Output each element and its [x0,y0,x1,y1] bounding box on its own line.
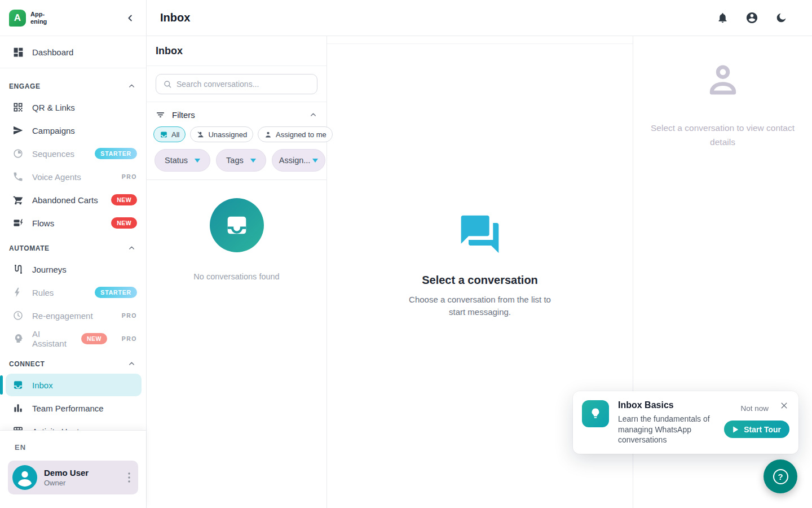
user-role: Owner [44,479,118,487]
sidebar-item-inbox[interactable]: Inbox [6,374,142,396]
section-header-automate[interactable]: AUTOMATE [0,235,146,258]
filters-header[interactable]: Filters [153,109,320,126]
journeys-route-icon [12,264,24,275]
sidebar-item-journeys[interactable]: Journeys [0,258,146,281]
start-tour-button[interactable]: Start Tour [724,421,789,438]
sidebar-collapse-button[interactable] [122,10,138,26]
flows-icon [12,217,24,229]
starter-badge: STARTER [95,287,137,298]
not-now-button[interactable]: Not now [740,404,769,413]
chip-label: Assigned to me [276,130,326,139]
sidebar-item-label: Team Performance [32,404,104,413]
filter-chip-all[interactable]: All [153,126,186,142]
lightbulb-icon [582,400,609,427]
filter-chip-unassigned[interactable]: Unassigned [190,126,253,142]
sidebar-item-label: Activity Heatmap [32,427,96,431]
caret-down-icon [312,159,318,163]
filters-title: Filters [172,110,195,120]
bar-chart-icon [12,402,24,414]
details-empty-text: Select a conversation to view contact de… [641,121,805,150]
conversation-list-panel: Inbox Filters [147,36,327,508]
sequences-icon [12,148,24,160]
user-avatar [12,465,37,490]
chevron-up-icon [127,82,136,90]
sidebar-item-voice-agents[interactable]: Voice Agents PRO [0,165,146,188]
play-icon [732,426,739,433]
lightning-bolt-icon [12,287,24,299]
filter-chip-assigned-to-me[interactable]: Assigned to me [258,126,333,142]
topbar-icons [717,11,787,24]
sidebar-item-re-engagement[interactable]: Re-engagement PRO [0,304,146,327]
status-dropdown[interactable]: Status [155,149,210,172]
sidebar-item-label: Abandoned Carts [32,195,98,205]
brand-name-line1: App- [30,11,47,17]
pro-label: PRO [122,312,137,319]
sidebar-item-label: Dashboard [32,47,73,57]
sidebar-item-label: Voice Agents [32,172,81,182]
search-box [156,74,317,94]
qr-code-icon [12,102,24,113]
sidebar-item-qr-links[interactable]: QR & Links [0,96,146,119]
close-icon[interactable] [779,400,789,411]
empty-inbox-icon [210,198,264,252]
notifications-bell-icon[interactable] [717,12,729,24]
chat-empty-subtitle: Choose a conversation from the list to s… [403,294,557,318]
clock-icon [12,310,24,322]
starter-badge: STARTER [95,148,137,159]
sidebar-item-activity-heatmap[interactable]: Activity Heatmap [0,420,146,430]
chevron-up-icon [309,111,317,119]
search-icon [163,80,172,89]
sidebar-item-rules[interactable]: Rules STARTER [0,281,146,304]
brand-logo: A App- ening [9,10,47,27]
section-header-connect[interactable]: CONNECT [0,351,146,374]
sidebar-item-label: Re-engagement [32,311,93,321]
sidebar-item-sequences[interactable]: Sequences STARTER [0,142,146,165]
user-card[interactable]: Demo User Owner [8,461,138,494]
filters-section: Filters All [147,102,326,180]
chevron-left-icon [125,13,135,23]
ai-head-icon [12,333,24,345]
sidebar-nav: Dashboard ENGAGE QR & Links Camp [0,36,146,430]
more-vertical-icon[interactable] [125,470,134,485]
dark-mode-moon-icon[interactable] [775,12,787,24]
search-input[interactable] [176,80,310,89]
account-circle-icon[interactable] [745,11,758,24]
sidebar-item-abandoned-carts[interactable]: Abandoned Carts NEW [0,189,146,211]
list-panel-title: Inbox [147,36,326,66]
brand-name-line2: ening [30,18,47,25]
topbar: Inbox [147,0,812,36]
help-button[interactable]: ? [764,459,797,493]
section-title: AUTOMATE [9,244,50,252]
chat-header-placeholder [327,36,633,44]
sidebar: A App- ening Dashboard [0,0,147,508]
section-header-engage[interactable]: ENGAGE [0,73,146,96]
sidebar-item-dashboard[interactable]: Dashboard [0,41,146,63]
dropdown-label: Status [165,156,188,165]
filter-icon [156,110,165,120]
new-badge: NEW [81,333,107,344]
tour-actions: Not now Start Tour [724,400,789,445]
assignee-dropdown[interactable]: Assign... [272,149,326,172]
section-title: ENGAGE [9,82,41,90]
caret-down-icon [195,159,200,163]
sidebar-item-label: AI Assistant [32,329,73,348]
empty-list-text: No conversations found [193,272,279,281]
shopping-cart-icon [12,194,24,206]
chip-label: All [171,130,179,139]
filter-dropdowns-row: Status Tags Assign... [153,149,320,172]
dropdown-label: Tags [226,156,244,165]
sidebar-item-label: Flows [32,218,54,228]
sidebar-item-flows[interactable]: Flows NEW [0,212,146,234]
user-meta: Demo User Owner [44,468,118,487]
sidebar-item-campaigns[interactable]: Campaigns [0,119,146,142]
sidebar-item-team-performance[interactable]: Team Performance [0,397,146,419]
caret-down-icon [250,159,256,163]
brand-name: App- ening [30,11,47,24]
start-tour-label: Start Tour [744,425,781,434]
sidebar-item-ai-assistant[interactable]: AI Assistant NEW PRO [0,327,146,350]
sidebar-logo-row: A App- ening [0,0,146,36]
language-label[interactable]: EN [8,443,138,452]
section-title: CONNECT [9,360,45,368]
phone-icon [12,171,24,183]
tags-dropdown[interactable]: Tags [216,149,266,172]
